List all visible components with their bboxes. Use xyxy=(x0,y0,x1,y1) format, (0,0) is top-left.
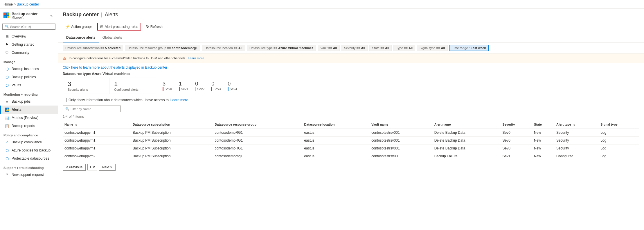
col-header-vault-name: Vault name xyxy=(370,120,432,129)
col-label-location: Datasource location xyxy=(304,123,334,126)
sidebar-collapse-btn[interactable]: « xyxy=(48,13,54,18)
breadcrumb-current[interactable]: Backup center xyxy=(17,2,39,6)
table-row[interactable]: contosowebappvm1 Backup PM Subscription … xyxy=(63,145,639,152)
search-box[interactable]: 🔍 xyxy=(2,24,55,30)
filter-val-signal-type: All xyxy=(441,46,445,50)
cell-location-1: eastus xyxy=(302,137,370,145)
sidebar-item-backup-compliance[interactable]: ✓ Backup compliance xyxy=(0,138,58,146)
cell-state-1: New xyxy=(532,137,555,145)
table-row[interactable]: contosowebappvm1 Backup PM Subscription … xyxy=(63,129,639,137)
sev0-label: Sev0 xyxy=(165,87,172,91)
sidebar-item-label-backup-compliance: Backup compliance xyxy=(12,140,42,144)
tab-global-alerts[interactable]: Global alerts xyxy=(99,33,125,42)
col-header-state: State xyxy=(532,120,555,129)
sev0-bar xyxy=(163,87,163,91)
count-label: 1-4 of 4 items xyxy=(58,114,644,120)
nav-section-monitoring: Monitoring + reporting xyxy=(0,89,58,97)
backup-reports-icon: 📋 xyxy=(5,124,9,128)
sidebar-item-protectable-datasources[interactable]: ⬡ Protectable datasources xyxy=(0,154,58,163)
table-row[interactable]: contosowebappvm1 Backup PM Subscription … xyxy=(63,137,639,145)
checkbox-learn-more-link[interactable]: Learn more xyxy=(170,98,188,102)
col-header-location: Datasource location xyxy=(302,120,370,129)
sev3-count: 0 xyxy=(211,81,214,87)
cell-name-2: contosowebappvm1 xyxy=(63,145,131,152)
filter-chip-signal-type[interactable]: Signal type == All xyxy=(417,45,447,51)
sidebar-item-backup-jobs[interactable]: ≡ Backup jobs xyxy=(0,97,58,106)
sidebar-item-alerts[interactable]: 🔔 Alerts xyxy=(0,106,58,114)
filter-chip-severity[interactable]: Severity == All xyxy=(341,45,368,51)
overview-icon: ⊞ xyxy=(5,34,9,39)
page-dropdown[interactable]: 1 ∨ xyxy=(87,164,97,170)
sev-item-3: 0 Sev3 xyxy=(211,81,221,91)
col-label-severity: Severity xyxy=(503,123,515,126)
filter-chip-state[interactable]: State == All xyxy=(369,45,392,51)
current-page: 1 xyxy=(89,165,91,169)
sidebar-item-backup-instances[interactable]: ⬡ Backup instances xyxy=(0,65,58,73)
warning-banner: ⚠ To configure notifications for success… xyxy=(58,54,644,63)
filter-name-box[interactable]: 🔍 xyxy=(63,106,121,112)
sidebar-item-getting-started[interactable]: ⚑ Getting started xyxy=(0,40,58,49)
cell-subscription-3: Backup PM Subscription xyxy=(131,152,213,160)
filter-chip-3[interactable]: Datasource type == Azure Virtual machine… xyxy=(247,45,316,51)
page-title: Backup center xyxy=(63,12,99,18)
cell-subscription-0: Backup PM Subscription xyxy=(131,129,213,137)
filter-chip-0[interactable]: Datasource subscription == 5 selected xyxy=(63,45,123,51)
filter-name-input[interactable] xyxy=(71,107,118,111)
configured-label: Configured alerts xyxy=(114,88,151,91)
search-input[interactable] xyxy=(10,25,53,28)
sidebar-title-block: Backup center Microsoft xyxy=(12,12,38,19)
info-link[interactable]: Click here to learn more about the alert… xyxy=(63,65,167,69)
sidebar-item-backup-reports[interactable]: 📋 Backup reports xyxy=(0,122,58,130)
sidebar-search: 🔍 xyxy=(0,21,58,32)
sort-icon-alert-type[interactable]: ↑↓ xyxy=(573,123,575,126)
nav-section-manage: Manage xyxy=(0,57,58,65)
sidebar-item-community[interactable]: ♡ Community xyxy=(0,49,58,57)
filter-chip-time-range[interactable]: Time range : Last week xyxy=(449,45,489,51)
sidebar-item-azure-policies[interactable]: ⬡ Azure policies for backup xyxy=(0,146,58,154)
cell-alert-type-0: Security xyxy=(555,129,599,137)
nav-section-support: Support + troubleshooting xyxy=(0,163,58,171)
refresh-button[interactable]: ↻ Refresh xyxy=(143,23,165,30)
cell-alert-type-1: Security xyxy=(555,137,599,145)
sev2-label: Sev2 xyxy=(197,87,204,91)
page-dropdown-arrow: ∨ xyxy=(93,165,95,169)
stats-row: 3 Security alerts 1 Configured alerts 3 … xyxy=(63,78,639,94)
next-button[interactable]: Next > xyxy=(99,164,116,171)
filter-key-1: Datasource resource group == xyxy=(127,46,172,50)
toolbar: ⚡ Action groups ⊞ Alert processing rules… xyxy=(58,20,644,33)
search-icon: 🔍 xyxy=(5,25,9,28)
main-area: Backup center Microsoft « 🔍 ⊞ Overview xyxy=(0,9,644,230)
filter-chip-type[interactable]: Type == All xyxy=(393,45,415,51)
sidebar-item-label-metrics: Metrics (Preview) xyxy=(12,116,39,120)
sidebar-item-backup-policies[interactable]: ⬡ Backup policies xyxy=(0,73,58,81)
table-row[interactable]: contosowebappvm2 Backup PM Subscription … xyxy=(63,152,639,160)
filter-chip-1[interactable]: Datasource resource group == contosodemo… xyxy=(125,45,200,51)
previous-button[interactable]: < Previous xyxy=(63,164,86,171)
filter-chip-4[interactable]: Vault == All xyxy=(318,45,339,51)
checkbox-label: Only show information about datasources … xyxy=(69,98,169,102)
action-groups-button[interactable]: ⚡ Action groups xyxy=(63,23,95,30)
sidebar-item-vaults[interactable]: ⬡ Vaults xyxy=(0,81,58,89)
cell-alert-name-0: Delete Backup Data xyxy=(433,129,501,137)
sort-icon-name[interactable]: ↑↓ xyxy=(75,123,77,126)
sev0-count: 3 xyxy=(163,81,166,87)
sidebar-item-metrics[interactable]: 📊 Metrics (Preview) xyxy=(0,114,58,122)
filter-chip-2[interactable]: Datasource location == All xyxy=(202,45,245,51)
alert-processing-rules-button[interactable]: ⊞ Alert processing rules xyxy=(97,23,141,31)
cell-signal-type-1: Log xyxy=(599,137,639,145)
warning-learn-more-link[interactable]: Learn more xyxy=(188,56,204,60)
stats-section: Datasource type: Azure Virtual machines … xyxy=(58,71,644,96)
datasource-type-label: Datasource type: Azure Virtual machines xyxy=(63,72,639,76)
breadcrumb-home[interactable]: Home xyxy=(3,2,13,6)
sidebar-item-label-community: Community xyxy=(12,51,29,55)
table-container: Name ↑↓ Datasource subscription Datasour… xyxy=(58,120,644,160)
access-checkbox[interactable] xyxy=(63,98,67,102)
more-options-icon[interactable]: ... xyxy=(123,12,127,17)
sidebar-item-overview[interactable]: ⊞ Overview xyxy=(0,32,58,40)
tab-datasource-alerts[interactable]: Datasource alerts xyxy=(63,33,99,42)
sev0-label-row: Sev0 xyxy=(163,87,172,91)
sev1-label: Sev1 xyxy=(181,87,188,91)
filter-val-severity: All xyxy=(361,46,365,50)
cell-severity-1: Sev0 xyxy=(501,137,532,145)
sidebar-item-new-support-request[interactable]: ? New support request xyxy=(0,171,58,179)
